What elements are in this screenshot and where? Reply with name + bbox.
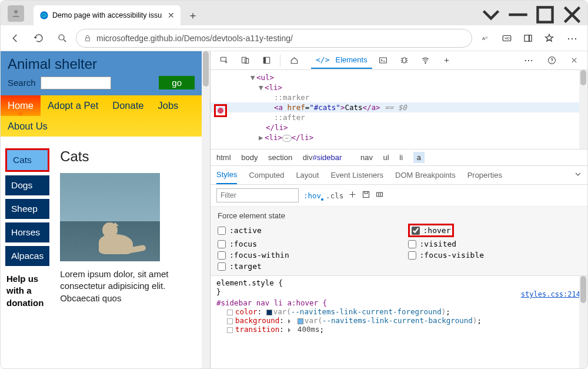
svg-point-17: [425, 62, 426, 64]
dom-scrollbar[interactable]: [579, 70, 587, 149]
dom-selected-node[interactable]: <a href="#cats">Cats</a> == $0: [211, 102, 587, 112]
issues-icon[interactable]: [395, 51, 415, 71]
inspect-icon[interactable]: [214, 51, 234, 71]
state-focus[interactable]: :focus: [218, 240, 390, 248]
url-text: microsoftedge.github.io/Demos/devtools-a…: [96, 34, 293, 43]
devtools: </>Elements ⋯ ▼<ul> ▼<li> ::marker <a hr…: [210, 51, 587, 369]
browser-tab[interactable]: Demo page with accessibility issu ✕: [34, 5, 181, 25]
edge-icon: [39, 11, 49, 20]
dom-tree[interactable]: ▼<ul> ▼<li> ::marker <a href="#cats">Cat…: [211, 70, 587, 149]
filter-input[interactable]: [216, 188, 299, 202]
devtools-close-icon[interactable]: [564, 51, 584, 71]
nav-donate[interactable]: Donate: [105, 95, 151, 116]
profile-icon[interactable]: [8, 5, 24, 22]
console-icon[interactable]: [373, 51, 393, 71]
nav-adopt[interactable]: Adopt a Pet: [41, 95, 105, 116]
tab-listeners[interactable]: Event Listeners: [330, 167, 383, 184]
nav-jobs[interactable]: Jobs: [151, 95, 185, 116]
svg-text:HD: HD: [505, 36, 510, 40]
svg-text:A⁾⁾: A⁾⁾: [482, 36, 487, 41]
page-viewport: Animal shelter Search go Home Adopt a Pe…: [1, 51, 202, 369]
svg-rect-9: [529, 35, 532, 41]
network-icon[interactable]: [416, 51, 436, 71]
back-button[interactable]: [5, 28, 25, 48]
favorite-icon[interactable]: [539, 28, 559, 48]
close-button[interactable]: [559, 4, 585, 25]
svg-point-3: [59, 35, 64, 40]
caret-down-icon[interactable]: [478, 4, 504, 25]
breakpoint-indicator: [214, 104, 227, 117]
collections-icon[interactable]: [518, 28, 538, 48]
new-rule-icon[interactable]: [348, 190, 357, 201]
hov-toggle[interactable]: :hov: [303, 191, 321, 200]
state-hover[interactable]: :hover: [408, 224, 455, 237]
search-label: Search: [8, 78, 36, 88]
nav-about[interactable]: About Us: [1, 116, 55, 137]
tab-computed[interactable]: Computed: [249, 167, 284, 184]
svg-point-19: [551, 62, 552, 63]
go-button[interactable]: go: [159, 76, 195, 89]
svg-rect-21: [365, 192, 368, 194]
sidebar-nav: Cats Dogs Sheep Horses Alpacas Help us w…: [5, 148, 49, 313]
sidebar-item-dogs[interactable]: Dogs: [5, 175, 49, 195]
cat-image: [60, 173, 160, 261]
tab-styles[interactable]: Styles: [216, 166, 237, 184]
svg-rect-11: [242, 57, 246, 63]
nav-home[interactable]: Home: [1, 95, 41, 116]
cls-toggle[interactable]: .cls: [326, 191, 343, 200]
state-focus-within[interactable]: :focus-within: [218, 251, 390, 260]
save-icon[interactable]: [362, 190, 370, 201]
search-input[interactable]: [41, 77, 111, 89]
css-rules[interactable]: element.style { } #sidebar nav li a:hove…: [211, 276, 587, 369]
source-link[interactable]: styles.css:214: [521, 290, 580, 298]
donation-help: Help us with a donation: [5, 270, 49, 313]
tab-layout[interactable]: Layout: [296, 167, 319, 184]
svg-rect-15: [380, 58, 387, 63]
read-aloud-icon[interactable]: A⁾⁾: [476, 28, 496, 48]
svg-point-16: [403, 58, 406, 63]
tab-close-icon[interactable]: ✕: [168, 11, 175, 20]
elements-tab[interactable]: </>Elements: [311, 52, 372, 69]
content-heading: Cats: [60, 148, 198, 165]
sidebar-item-horses[interactable]: Horses: [5, 222, 49, 242]
state-visited[interactable]: :visited: [408, 240, 581, 248]
page-scrollbar[interactable]: [202, 51, 210, 369]
tab-dom-bp[interactable]: DOM Breakpoints: [395, 167, 456, 184]
styles-tabs: Styles Computed Layout Event Listeners D…: [211, 166, 587, 185]
page-title: Animal shelter: [8, 56, 195, 72]
devtools-more-icon[interactable]: ⋯: [519, 51, 539, 71]
device-icon[interactable]: [235, 51, 255, 71]
filter-row: :hov .cls: [211, 185, 587, 207]
url-field[interactable]: microsoftedge.github.io/Demos/devtools-a…: [76, 29, 472, 48]
state-target[interactable]: :target: [218, 262, 390, 271]
sidebar-item-sheep[interactable]: Sheep: [5, 199, 49, 219]
force-title: Force element state: [218, 211, 580, 220]
rules-scrollbar[interactable]: [579, 276, 587, 369]
sidebar-item-alpacas[interactable]: Alpacas: [5, 246, 49, 266]
welcome-icon[interactable]: [284, 51, 304, 71]
svg-point-0: [14, 10, 18, 14]
refresh-button[interactable]: [29, 28, 49, 48]
new-tab-button[interactable]: ＋: [185, 8, 201, 23]
minimize-button[interactable]: [505, 4, 531, 25]
force-state-panel: Force element state :active :hover :focu…: [211, 207, 587, 276]
dock-icon[interactable]: [256, 51, 276, 71]
help-icon[interactable]: [542, 51, 562, 71]
state-active[interactable]: :active: [218, 224, 390, 237]
svg-rect-2: [537, 7, 552, 22]
more-tabs-icon[interactable]: [437, 51, 457, 71]
svg-rect-10: [220, 57, 226, 61]
maximize-button[interactable]: [532, 4, 558, 25]
tab-title: Demo page with accessibility issu: [52, 11, 162, 19]
lorem-text: Lorem ipsum dolor, sit amet consectetur …: [60, 268, 198, 304]
tab-properties[interactable]: Properties: [467, 167, 502, 184]
hd-icon[interactable]: HD: [497, 28, 517, 48]
svg-rect-8: [524, 35, 529, 41]
chevron-down-icon[interactable]: [574, 171, 582, 179]
sidebar-item-cats[interactable]: Cats: [7, 150, 48, 170]
search-button[interactable]: [52, 28, 72, 48]
breadcrumb[interactable]: html body section div#sidebar nav ul li …: [211, 149, 587, 166]
more-icon[interactable]: ⋯: [563, 28, 583, 48]
state-focus-visible[interactable]: :focus-visible: [408, 251, 581, 260]
flexbox-icon[interactable]: [375, 190, 384, 201]
